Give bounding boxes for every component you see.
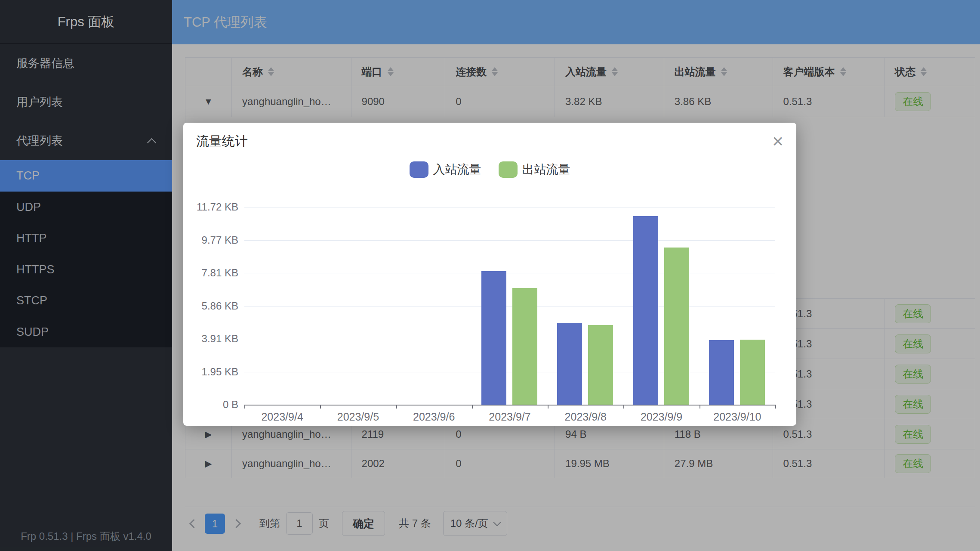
chart-bar (740, 340, 765, 405)
x-axis-tick (775, 405, 776, 409)
chart-bar (664, 248, 689, 405)
x-axis-category-label: 2023/9/10 (700, 411, 775, 423)
gridline (244, 273, 775, 273)
gridline (244, 306, 775, 306)
y-axis-tick-label: 7.81 KB (187, 267, 238, 279)
chart-bar (633, 216, 658, 405)
chart-bar (588, 325, 613, 405)
x-axis-category-label: 2023/9/5 (320, 411, 396, 423)
traffic-bar-chart: 11.72 KB9.77 KB7.81 KB5.86 KB3.91 KB1.95… (183, 123, 796, 426)
x-axis-tick (472, 405, 473, 409)
chart-bar (512, 288, 537, 405)
x-axis-tick (396, 405, 397, 409)
x-axis-category-label: 2023/9/7 (472, 411, 548, 423)
x-axis-tick (548, 405, 549, 409)
gridline (244, 372, 775, 372)
y-axis-tick-label: 11.72 KB (187, 201, 238, 213)
chart-bar (481, 271, 506, 405)
x-axis-tick (623, 405, 624, 409)
y-axis-tick-label: 5.86 KB (187, 300, 238, 312)
x-axis-category-label: 2023/9/4 (244, 411, 320, 423)
traffic-stats-dialog: 流量统计 × 入站流量出站流量 11.72 KB9.77 KB7.81 KB5.… (183, 123, 796, 426)
chart-bar (709, 340, 734, 405)
y-axis-tick-label: 1.95 KB (187, 366, 238, 378)
chart-bar (557, 323, 582, 405)
gridline (244, 207, 775, 207)
gridline (244, 339, 775, 339)
y-axis-tick-label: 3.91 KB (187, 333, 238, 345)
x-axis-tick (320, 405, 321, 409)
x-axis-category-label: 2023/9/8 (548, 411, 623, 423)
y-axis-tick-label: 0 B (187, 399, 238, 411)
gridline (244, 240, 775, 241)
frps-dashboard: Frps 面板 服务器信息用户列表代理列表TCPUDPHTTPHTTPSSTCP… (0, 0, 980, 551)
x-axis-category-label: 2023/9/9 (624, 411, 700, 423)
x-axis-line (244, 405, 776, 406)
x-axis-category-label: 2023/9/6 (396, 411, 472, 423)
x-axis-tick (244, 405, 245, 409)
y-axis-tick-label: 9.77 KB (187, 234, 238, 246)
x-axis-tick (700, 405, 700, 409)
